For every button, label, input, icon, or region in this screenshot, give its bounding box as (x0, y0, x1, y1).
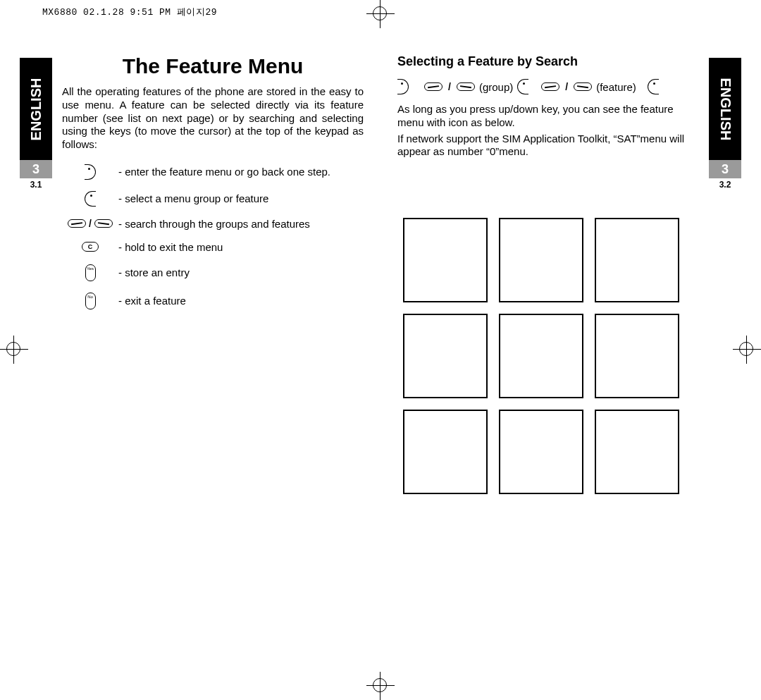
side-key-left-icon (85, 164, 96, 180)
sub-section-right: 3.2 (709, 180, 741, 190)
key-desc: - select a menu group or feature (118, 192, 364, 204)
up-key-icon (68, 219, 86, 228)
side-key-left-icon (397, 79, 409, 94)
down-key-icon (94, 219, 113, 228)
page-title: The Feature Menu (62, 54, 364, 78)
language-label: ENGLISH (28, 78, 44, 140)
key-description-list: - enter the feature menu or go back one … (62, 164, 364, 309)
page-right: ENGLISH 3 3.2 Selecting a Feature by Sea… (389, 30, 741, 668)
seq-group-label: (group) (479, 81, 513, 93)
key-row: Yes - store an entry (62, 264, 364, 281)
feature-icon-cell (595, 218, 679, 302)
slash-icon: / (447, 81, 452, 92)
no-key-icon: No (85, 293, 96, 309)
feature-icon-cell (595, 314, 679, 398)
right-column: Selecting a Feature by Search / (group) … (397, 54, 699, 171)
feature-icon-cell (403, 410, 488, 494)
slash-icon: / (564, 81, 569, 92)
side-key-right-icon (517, 79, 528, 94)
key-desc: - hold to exit the menu (118, 241, 364, 253)
down-key-icon (574, 82, 592, 91)
feature-icon-cell (499, 314, 583, 398)
key-desc: - enter the feature menu or go back one … (118, 166, 364, 178)
section-subtitle: Selecting a Feature by Search (397, 54, 699, 69)
down-key-icon (457, 82, 475, 91)
c-key-icon: C (82, 242, 99, 252)
key-desc: - exit a feature (118, 295, 364, 307)
up-key-icon (424, 82, 443, 91)
up-key-icon (541, 82, 559, 91)
crop-mark-bottom (366, 672, 395, 700)
feature-icon-cell (595, 410, 679, 494)
key-desc: - store an entry (118, 266, 364, 278)
yes-key-icon: Yes (85, 264, 96, 281)
feature-icon-cell (499, 218, 583, 302)
side-key-right-icon (85, 191, 96, 207)
sub-section-left: 3.1 (20, 180, 52, 190)
language-tab-right: ENGLISH (709, 58, 741, 160)
crop-mark-top (366, 0, 395, 28)
key-row: C - hold to exit the menu (62, 241, 364, 253)
key-row: - select a menu group or feature (62, 191, 364, 207)
chapter-number-right: 3 (709, 160, 741, 178)
language-tab-left: ENGLISH (20, 58, 52, 160)
key-row: No - exit a feature (62, 293, 364, 309)
para-sat: If network support the SIM Application T… (397, 133, 699, 159)
left-column: The Feature Menu All the operating featu… (62, 54, 364, 321)
key-desc: - search through the groups and features (118, 218, 364, 230)
slash-icon: / (87, 218, 93, 229)
key-row: / - search through the groups and featur… (62, 218, 364, 230)
side-key-right-icon (648, 79, 659, 94)
seq-feature-label: (feature) (596, 81, 636, 93)
feature-icon-cell (499, 410, 583, 494)
feature-icon-cell (403, 314, 488, 398)
key-sequence-line: / (group) / (feature) (397, 79, 699, 94)
intro-paragraph: All the operating features of the phone … (62, 85, 364, 152)
key-row: - enter the feature menu or go back one … (62, 164, 364, 180)
feature-icon-cell (403, 218, 488, 302)
para-updown: As long as you press up/down key, you ca… (397, 103, 699, 130)
feature-icon-grid (403, 218, 683, 494)
language-label: ENGLISH (717, 78, 734, 140)
print-header-stamp: MX6880 02.1.28 9:51 PM 페이지29 (42, 6, 217, 18)
chapter-number-left: 3 (20, 160, 52, 178)
page-left: ENGLISH 3 3.1 The Feature Menu All the o… (20, 30, 372, 668)
